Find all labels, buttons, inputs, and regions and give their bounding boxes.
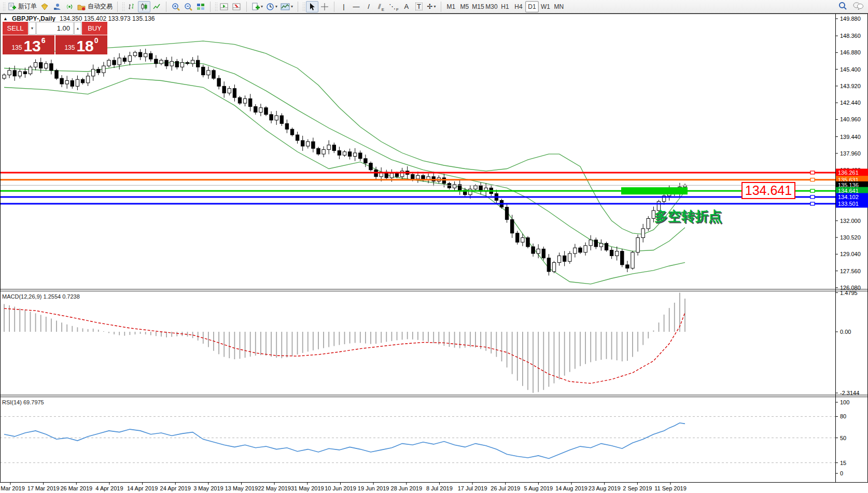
new-order-icon bbox=[8, 3, 16, 11]
templates-button[interactable]: ▾ bbox=[279, 1, 295, 12]
dropdown-arrow-icon: ▾ bbox=[275, 4, 277, 9]
fibonacci-icon: ⋱ bbox=[389, 3, 396, 10]
timeframe-d1[interactable]: D1 bbox=[525, 1, 539, 12]
level-callout-134641[interactable]: 134.641 bbox=[741, 182, 795, 199]
bar-chart-button[interactable] bbox=[125, 1, 138, 12]
chart-canvas[interactable]: 149.880148.360146.880145.400143.920142.4… bbox=[0, 13, 868, 493]
svg-text:2 Sep 2019: 2 Sep 2019 bbox=[623, 485, 652, 491]
horizontal-line-icon: — bbox=[353, 3, 360, 10]
svg-text:127.560: 127.560 bbox=[840, 268, 861, 274]
sell-price-pip: 6 bbox=[41, 36, 46, 45]
line-chart-icon bbox=[152, 3, 161, 11]
autotrade-label: 自动交易 bbox=[88, 2, 113, 11]
volume-decrease-button[interactable]: ▼ bbox=[29, 22, 36, 35]
trendline-tool[interactable]: / bbox=[362, 1, 375, 12]
toolbar-separator bbox=[298, 2, 298, 12]
buy-price-prefix: 135 bbox=[64, 44, 75, 51]
text-tool[interactable]: A bbox=[400, 1, 413, 12]
sell-price-prefix: 135 bbox=[11, 44, 22, 51]
cursor-icon bbox=[309, 3, 316, 11]
fibo-sub-label: F bbox=[396, 7, 399, 12]
chat-icon[interactable] bbox=[852, 2, 864, 11]
tile-windows-button[interactable] bbox=[194, 1, 207, 12]
svg-text:5 Aug 2019: 5 Aug 2019 bbox=[524, 485, 553, 491]
macd-indicator-label: MACD(12,26,9) 1.2554 0.7238 bbox=[2, 293, 80, 300]
tile-windows-icon bbox=[197, 3, 205, 11]
svg-text:14 Apr 2019: 14 Apr 2019 bbox=[127, 485, 158, 491]
timeframe-mn[interactable]: MN bbox=[552, 1, 566, 12]
expander-icon[interactable]: ▲ bbox=[3, 16, 8, 21]
channel-sub-label: E bbox=[382, 7, 384, 12]
sell-price-main: 13 bbox=[23, 39, 40, 53]
dropdown-arrow-icon: ▾ bbox=[433, 4, 436, 9]
horizontal-line-tool[interactable]: — bbox=[350, 1, 362, 12]
trendline-icon: / bbox=[368, 3, 370, 10]
one-click-trading-panel: SELL ▼ 1.00 ▲ BUY 135 13 6 135 18 0 bbox=[3, 22, 107, 54]
indicator-window-add-button[interactable] bbox=[218, 1, 231, 12]
profile-button[interactable] bbox=[51, 1, 63, 12]
crosshair-icon bbox=[320, 3, 329, 11]
zoom-in-button[interactable] bbox=[170, 1, 182, 12]
volume-increase-button[interactable]: ▲ bbox=[74, 22, 81, 35]
periods-button[interactable]: ▾ bbox=[264, 1, 279, 12]
timeframe-h4[interactable]: H4 bbox=[512, 1, 525, 12]
rsi-indicator-label: RSI(14) 69.7975 bbox=[2, 399, 44, 405]
svg-text:130.520: 130.520 bbox=[840, 234, 861, 241]
macd-name: MACD(12,26,9) bbox=[2, 293, 41, 300]
svg-text:145.400: 145.400 bbox=[840, 66, 861, 73]
buy-button[interactable]: BUY bbox=[82, 22, 107, 35]
candlestick-chart-button[interactable] bbox=[138, 1, 150, 12]
add-indicator-button[interactable]: ▾ bbox=[250, 1, 264, 12]
zoom-out-button[interactable] bbox=[182, 1, 194, 12]
market-button[interactable] bbox=[38, 1, 51, 12]
svg-text:142.440: 142.440 bbox=[840, 100, 861, 106]
vertical-line-tool[interactable]: | bbox=[338, 1, 350, 12]
svg-text:8 Jul 2019: 8 Jul 2019 bbox=[426, 485, 453, 491]
signal-button[interactable] bbox=[63, 1, 76, 12]
macd-values: 1.2554 0.7238 bbox=[43, 293, 79, 300]
svg-text:24 Apr 2019: 24 Apr 2019 bbox=[160, 485, 191, 491]
svg-text:15: 15 bbox=[840, 460, 846, 466]
autotrade-button[interactable]: 自动交易 bbox=[76, 1, 114, 12]
timeframe-m5[interactable]: M5 bbox=[458, 1, 471, 12]
toolbar-drag-handle bbox=[3, 2, 5, 11]
text-label-icon: T bbox=[415, 3, 423, 10]
turning-point-annotation[interactable]: 多空转折点 bbox=[654, 207, 722, 226]
timeframe-m30[interactable]: M30 bbox=[485, 1, 498, 12]
crosshair-button[interactable] bbox=[318, 1, 331, 12]
buy-price[interactable]: 135 18 0 bbox=[55, 35, 107, 54]
search-icon[interactable] bbox=[838, 2, 847, 12]
sell-price[interactable]: 135 13 6 bbox=[3, 35, 54, 54]
svg-text:31 May 2019: 31 May 2019 bbox=[291, 485, 324, 491]
toolbar-separator bbox=[334, 2, 334, 12]
svg-text:80: 80 bbox=[840, 413, 846, 419]
zoom-in-icon bbox=[172, 3, 180, 11]
timeframe-m1[interactable]: M1 bbox=[444, 1, 458, 12]
svg-text:134.102: 134.102 bbox=[838, 194, 859, 200]
add-indicator-icon bbox=[251, 3, 260, 11]
toolbar-separator bbox=[441, 2, 441, 12]
svg-text:132.000: 132.000 bbox=[840, 218, 861, 224]
timeframe-m15[interactable]: M15 bbox=[471, 1, 485, 12]
svg-text:4 Apr 2019: 4 Apr 2019 bbox=[95, 485, 123, 491]
svg-text:139.440: 139.440 bbox=[840, 134, 861, 140]
text-label-tool[interactable]: T bbox=[413, 1, 425, 12]
new-order-button[interactable]: 新订单 bbox=[6, 1, 38, 12]
svg-text:28 Jun 2019: 28 Jun 2019 bbox=[391, 485, 423, 491]
equidistant-channel-tool[interactable]: ⫽E bbox=[375, 1, 387, 12]
timeframe-w1[interactable]: W1 bbox=[539, 1, 552, 12]
sell-button[interactable]: SELL bbox=[3, 22, 28, 35]
svg-text:100: 100 bbox=[840, 399, 849, 405]
indicator-window-del-button[interactable] bbox=[231, 1, 243, 12]
line-chart-button[interactable] bbox=[150, 1, 163, 12]
svg-text:19 Jun 2019: 19 Jun 2019 bbox=[358, 485, 389, 491]
price-chart-svg[interactable]: 149.880148.360146.880145.400143.920142.4… bbox=[0, 13, 868, 493]
svg-text:136.261: 136.261 bbox=[838, 170, 859, 176]
arrows-tool[interactable]: ✢▾ bbox=[425, 1, 438, 12]
fibonacci-tool[interactable]: ⋱F bbox=[387, 1, 400, 12]
signal-icon bbox=[65, 3, 74, 11]
timeframe-h1[interactable]: H1 bbox=[498, 1, 512, 12]
cursor-button[interactable] bbox=[306, 1, 318, 12]
svg-text:3 May 2019: 3 May 2019 bbox=[193, 485, 223, 491]
volume-input[interactable]: 1.00 bbox=[36, 22, 74, 35]
